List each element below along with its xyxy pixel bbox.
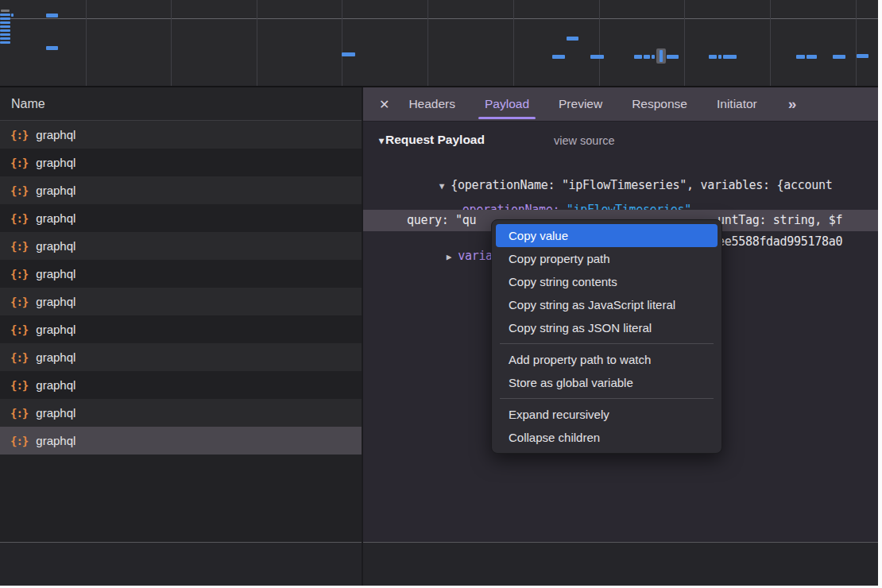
section-title: Request Payload — [385, 133, 485, 146]
detail-tab-bar: ✕ HeadersPayloadPreviewResponseInitiator… — [363, 87, 878, 122]
json-braces-icon: {:} — [10, 184, 28, 197]
overview-request-bar — [0, 25, 10, 28]
overview-request-bar — [0, 33, 10, 36]
tab-headers[interactable]: Headers — [408, 87, 455, 121]
overview-request-bar — [46, 46, 58, 50]
menu-group: Add property path to watchStore as globa… — [492, 348, 721, 394]
overview-request-bar — [644, 55, 650, 59]
overview-request-bar — [552, 55, 565, 59]
json-braces-icon: {:} — [10, 323, 28, 336]
network-request-row[interactable]: {:}graphql — [0, 232, 362, 260]
more-tabs-icon[interactable]: » — [788, 95, 795, 113]
json-braces-icon: {:} — [10, 296, 28, 308]
json-braces-icon: {:} — [10, 407, 28, 420]
devtools-network-panel: Name {:}graphql{:}graphql{:}graphql{:}gr… — [0, 0, 882, 588]
overview-gridline-vertical — [856, 0, 857, 86]
menu-item-copy-string-as-json-literal[interactable]: Copy string as JSON literal — [496, 316, 718, 339]
overview-request-bar — [0, 17, 10, 20]
network-request-row[interactable]: {:}graphql — [0, 427, 362, 455]
request-payload-section[interactable]: ▾Request Payload — [379, 133, 485, 147]
network-request-row[interactable]: {:}graphql — [0, 149, 362, 176]
request-name-label: graphql — [36, 211, 75, 225]
overview-gridline-vertical — [427, 0, 428, 86]
payload-variables-row-right: ee5588fdad995178a0 — [718, 234, 842, 249]
menu-separator — [500, 343, 714, 344]
request-name-label: graphql — [36, 267, 75, 280]
overview-gridline-vertical — [86, 0, 87, 86]
request-name-label: graphql — [36, 406, 75, 420]
request-name-label: graphql — [36, 434, 75, 447]
network-request-row[interactable]: {:}graphql — [0, 288, 362, 315]
collapsed-triangle-icon[interactable]: ▶ — [447, 252, 451, 262]
request-name-label: graphql — [36, 378, 75, 392]
json-braces-icon: {:} — [10, 379, 28, 392]
request-name-label: graphql — [36, 323, 75, 336]
window-edge-right — [878, 0, 882, 588]
menu-item-expand-recursively[interactable]: Expand recursively — [496, 403, 718, 426]
network-request-row[interactable]: {:}graphql — [0, 176, 362, 204]
payload-query-row-left: query: "qu — [407, 213, 476, 227]
overview-request-bar — [796, 55, 805, 59]
overview-request-bar — [660, 50, 663, 62]
menu-item-copy-property-path[interactable]: Copy property path — [496, 247, 718, 270]
overview-request-bar — [723, 55, 737, 59]
request-name-label: graphql — [36, 184, 75, 197]
json-braces-icon: {:} — [10, 351, 28, 364]
json-braces-icon: {:} — [10, 268, 28, 280]
network-request-row[interactable]: {:}graphql — [0, 260, 362, 288]
overview-gridline-vertical — [171, 0, 172, 86]
overview-request-bar — [590, 55, 604, 59]
network-request-row[interactable]: {:}graphql — [0, 343, 362, 371]
overview-request-bar — [857, 54, 868, 58]
close-icon[interactable]: ✕ — [379, 97, 389, 112]
overview-gridline-vertical — [770, 0, 771, 86]
overview-request-bar — [342, 52, 355, 56]
network-overview-timeline[interactable] — [0, 0, 878, 87]
tab-response[interactable]: Response — [632, 87, 687, 121]
json-braces-icon: {:} — [10, 435, 28, 447]
tab-payload[interactable]: Payload — [485, 87, 529, 121]
collapse-triangle-icon[interactable]: ▾ — [379, 135, 384, 146]
menu-item-copy-string-as-javascript-literal[interactable]: Copy string as JavaScript literal — [496, 293, 718, 316]
network-request-row[interactable]: {:}graphql — [0, 121, 362, 149]
json-braces-icon: {:} — [10, 129, 28, 141]
overview-request-bar — [807, 55, 817, 59]
overview-request-bar — [46, 14, 58, 17]
overview-request-bar — [652, 55, 655, 59]
overview-gridline-vertical — [342, 0, 342, 86]
view-source-link[interactable]: view source — [554, 134, 615, 147]
overview-request-bar — [667, 55, 679, 59]
overview-gridline-vertical — [599, 0, 600, 86]
overview-request-bar — [0, 21, 10, 24]
menu-item-copy-value[interactable]: Copy value — [496, 224, 718, 247]
tab-initiator[interactable]: Initiator — [717, 87, 757, 121]
request-name-label: graphql — [36, 350, 75, 364]
menu-group: Copy valueCopy property pathCopy string … — [492, 224, 721, 339]
menu-item-add-property-path-to-watch[interactable]: Add property path to watch — [496, 348, 718, 371]
overview-request-bar — [833, 55, 845, 59]
overview-request-bar — [1, 10, 10, 12]
network-request-row[interactable]: {:}graphql — [0, 204, 362, 232]
overview-request-bar — [709, 55, 717, 59]
json-braces-icon: {:} — [10, 240, 28, 253]
network-request-row[interactable]: {:}graphql — [0, 399, 362, 427]
menu-item-collapse-children[interactable]: Collapse children — [496, 426, 718, 449]
menu-item-store-as-global-variable[interactable]: Store as global variable — [496, 371, 718, 394]
column-header-name[interactable]: Name — [0, 87, 362, 121]
request-name-label: graphql — [36, 295, 75, 308]
panel-divider[interactable] — [362, 87, 363, 586]
request-rows-container: {:}graphql{:}graphql{:}graphql{:}graphql… — [0, 121, 362, 455]
network-request-row[interactable]: {:}graphql — [0, 315, 362, 343]
menu-separator — [500, 398, 714, 399]
overview-request-bar — [11, 14, 14, 17]
overview-gridline-horizontal — [0, 18, 878, 19]
menu-item-copy-string-contents[interactable]: Copy string contents — [496, 270, 718, 293]
overview-request-bar — [718, 55, 721, 59]
context-menu: Copy valueCopy property pathCopy string … — [491, 219, 722, 454]
network-request-row[interactable]: {:}graphql — [0, 371, 362, 399]
tab-preview[interactable]: Preview — [559, 87, 602, 121]
request-name-label: graphql — [36, 156, 75, 169]
overview-request-bar — [567, 37, 578, 41]
summary-separator — [0, 542, 878, 543]
request-name-label: graphql — [36, 239, 75, 253]
